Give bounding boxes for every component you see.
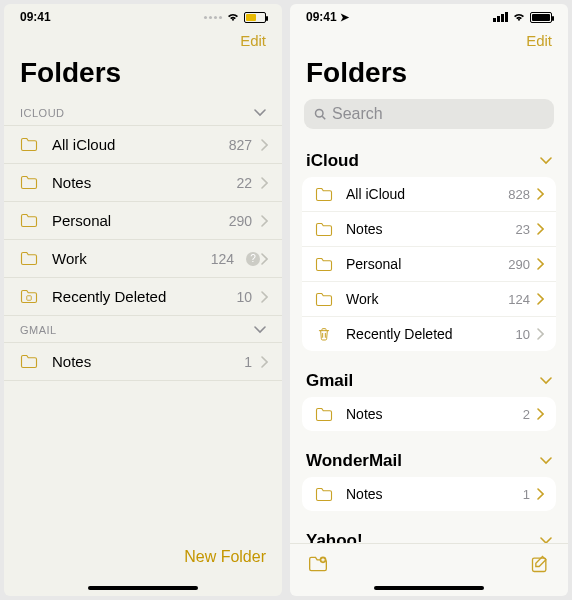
folder-count: 124 xyxy=(211,251,234,267)
search-placeholder: Search xyxy=(332,105,383,123)
phone-right: 09:41 ➤ Edit Folders Search iCloudAll iC… xyxy=(290,4,568,596)
location-icon: ➤ xyxy=(337,11,349,23)
folder-label: Personal xyxy=(52,212,229,229)
folder-count: 290 xyxy=(508,257,530,272)
svg-rect-0 xyxy=(27,296,32,301)
battery-icon xyxy=(530,12,552,23)
svg-point-1 xyxy=(316,110,324,118)
folder-row[interactable]: Work124 xyxy=(302,281,556,316)
group-header[interactable]: Gmail xyxy=(302,363,556,397)
group-title: WonderMail xyxy=(306,451,402,471)
folder-count: 124 xyxy=(508,292,530,307)
chevron-right-icon xyxy=(260,356,268,368)
folder-row[interactable]: Personal290 xyxy=(4,202,282,240)
folder-group: iCloudAll iCloud828Notes23Personal290Wor… xyxy=(290,139,568,359)
status-time: 09:41 ➤ xyxy=(306,10,349,24)
folder-label: Notes xyxy=(346,221,516,237)
chevron-right-icon xyxy=(260,177,268,189)
folder-icon xyxy=(314,187,334,202)
group-header[interactable]: WonderMail xyxy=(302,443,556,477)
folder-label: All iCloud xyxy=(52,136,229,153)
folder-count: 828 xyxy=(508,187,530,202)
folder-row[interactable]: Notes1 xyxy=(302,477,556,511)
edit-button[interactable]: Edit xyxy=(526,32,552,49)
status-time: 09:41 xyxy=(20,10,51,24)
battery-icon xyxy=(244,12,266,23)
section-header-label: GMAIL xyxy=(20,324,57,336)
folder-row[interactable]: Notes22 xyxy=(4,164,282,202)
nav-bar: Edit xyxy=(4,28,282,55)
folder-row[interactable]: All iCloud828 xyxy=(302,177,556,211)
chevron-right-icon xyxy=(260,291,268,303)
folder-count: 2 xyxy=(523,407,530,422)
folder-group: Yahoo!Notes12 xyxy=(290,519,568,543)
folder-row[interactable]: Recently Deleted10 xyxy=(302,316,556,351)
group-card: Notes1 xyxy=(302,477,556,511)
chevron-right-icon xyxy=(260,139,268,151)
chevron-right-icon xyxy=(536,408,544,420)
phone-left: 09:41 Edit Folders ICLOUDAll iCloud827No… xyxy=(4,4,282,596)
chevron-right-icon xyxy=(536,258,544,270)
chevron-down-icon xyxy=(254,326,266,334)
compose-icon[interactable] xyxy=(530,554,550,574)
folder-count: 23 xyxy=(516,222,530,237)
folder-label: Notes xyxy=(346,406,523,422)
new-folder-icon[interactable] xyxy=(308,555,328,573)
folder-label: Notes xyxy=(52,174,236,191)
trash-icon xyxy=(314,326,334,342)
search-icon xyxy=(314,108,326,120)
folder-label: Personal xyxy=(346,256,508,272)
folder-icon xyxy=(18,175,40,190)
folder-row[interactable]: Work124? xyxy=(4,240,282,278)
nav-bar: Edit xyxy=(290,28,568,55)
cellular-dots-icon xyxy=(204,16,222,19)
search-input[interactable]: Search xyxy=(304,99,554,129)
chevron-right-icon xyxy=(260,215,268,227)
folder-group: GmailNotes2 xyxy=(290,359,568,439)
folder-icon xyxy=(18,354,40,369)
folder-icon xyxy=(314,407,334,422)
folder-icon xyxy=(314,257,334,272)
chevron-right-icon xyxy=(536,488,544,500)
status-bar: 09:41 xyxy=(4,4,282,28)
section-header[interactable]: GMAIL xyxy=(4,316,282,343)
folder-icon xyxy=(314,487,334,502)
folder-group: WonderMailNotes1 xyxy=(290,439,568,519)
section-header[interactable]: ICLOUD xyxy=(4,99,282,126)
group-title: Yahoo! xyxy=(306,531,363,543)
page-title: Folders xyxy=(4,55,282,99)
group-title: iCloud xyxy=(306,151,359,171)
folder-count: 10 xyxy=(516,327,530,342)
edit-button[interactable]: Edit xyxy=(240,32,266,49)
group-header[interactable]: Yahoo! xyxy=(302,523,556,543)
group-card: Notes2 xyxy=(302,397,556,431)
home-indicator xyxy=(374,586,484,590)
status-bar: 09:41 ➤ xyxy=(290,4,568,28)
folder-count: 827 xyxy=(229,137,252,153)
cellular-bars-icon xyxy=(493,12,508,22)
new-folder-button[interactable]: New Folder xyxy=(184,548,266,566)
wifi-icon xyxy=(226,12,240,22)
folder-count: 10 xyxy=(236,289,252,305)
folder-row[interactable]: All iCloud827 xyxy=(4,126,282,164)
chevron-right-icon xyxy=(260,253,268,265)
section-header-label: ICLOUD xyxy=(20,107,65,119)
folder-row[interactable]: Notes2 xyxy=(302,397,556,431)
folder-row[interactable]: Personal290 xyxy=(302,246,556,281)
folder-label: Recently Deleted xyxy=(52,288,236,305)
folder-icon xyxy=(314,222,334,237)
folder-row[interactable]: Recently Deleted10 xyxy=(4,278,282,316)
folder-label: Notes xyxy=(346,486,523,502)
folder-icon xyxy=(18,289,40,304)
group-header[interactable]: iCloud xyxy=(302,143,556,177)
folder-count: 1 xyxy=(244,354,252,370)
folder-row[interactable]: Notes23 xyxy=(302,211,556,246)
page-title: Folders xyxy=(290,55,568,99)
chevron-down-icon xyxy=(540,457,552,465)
wifi-icon xyxy=(512,12,526,22)
folder-count: 1 xyxy=(523,487,530,502)
chevron-down-icon xyxy=(540,377,552,385)
folder-icon xyxy=(314,292,334,307)
svg-line-2 xyxy=(322,116,325,119)
folder-row[interactable]: Notes1 xyxy=(4,343,282,381)
